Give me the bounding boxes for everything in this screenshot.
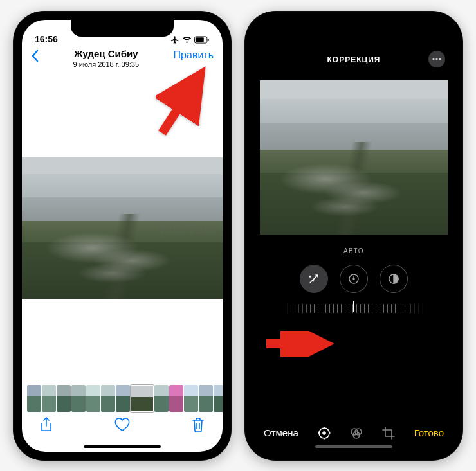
edit-photo-viewport[interactable] xyxy=(253,74,454,241)
screen-photos-view: 16:56 Жудец Сибиу 9 июля 2018 г. 09:35 П… xyxy=(22,20,223,452)
adjust-buttons-row xyxy=(253,262,454,299)
share-icon xyxy=(40,417,53,432)
svg-point-12 xyxy=(323,432,325,434)
svg-point-5 xyxy=(432,58,434,60)
home-indicator[interactable] xyxy=(84,445,161,448)
exposure-button[interactable] xyxy=(340,265,368,293)
edit-header: КОРРЕКЦИЯ xyxy=(253,46,454,74)
filters-mode-tab[interactable] xyxy=(349,426,363,440)
notch xyxy=(71,20,174,37)
adjust-label: АВТО xyxy=(253,241,454,262)
thumbnail[interactable] xyxy=(214,385,223,412)
notch xyxy=(302,20,405,37)
photo-title-block: Жудец Сибиу 9 июля 2018 г. 09:35 xyxy=(73,48,140,69)
photo-viewport[interactable]: Яблык xyxy=(22,73,223,384)
airplane-icon xyxy=(170,35,179,44)
thumbnail[interactable] xyxy=(116,385,130,412)
svg-point-6 xyxy=(435,58,437,60)
share-button[interactable] xyxy=(39,417,54,432)
more-button[interactable] xyxy=(428,51,445,67)
edit-button[interactable]: Править xyxy=(174,48,214,61)
trash-icon xyxy=(192,417,205,432)
home-indicator[interactable] xyxy=(315,445,392,448)
edit-header-title: КОРРЕКЦИЯ xyxy=(327,55,380,64)
status-time: 16:56 xyxy=(35,34,58,44)
thumbnail-strip[interactable] xyxy=(22,384,223,413)
favorite-button[interactable] xyxy=(114,417,130,432)
thumbnail[interactable] xyxy=(101,385,115,412)
thumbnail[interactable] xyxy=(199,385,213,412)
ellipsis-icon xyxy=(432,58,441,60)
svg-rect-2 xyxy=(208,38,209,41)
thumbnail-current[interactable] xyxy=(131,385,154,412)
adjust-mode-tab[interactable] xyxy=(317,426,331,440)
contrast-icon xyxy=(387,272,400,285)
brilliance-button[interactable] xyxy=(380,265,408,293)
photo-location-title: Жудец Сибиу xyxy=(73,48,140,60)
done-button[interactable]: Готово xyxy=(414,427,444,438)
thumbnail[interactable] xyxy=(27,385,41,412)
nav-header: Жудец Сибиу 9 июля 2018 г. 09:35 Править xyxy=(22,46,223,73)
crop-icon xyxy=(381,426,396,440)
status-icons xyxy=(170,35,210,44)
cancel-button[interactable]: Отмена xyxy=(264,427,298,438)
wand-icon xyxy=(307,272,321,286)
delete-button[interactable] xyxy=(190,417,206,432)
phone-frame-right: .. КОРРЕКЦИЯ АВТО xyxy=(244,11,463,461)
wifi-icon xyxy=(182,36,192,44)
thumbnail[interactable] xyxy=(57,385,71,412)
thumbnail[interactable] xyxy=(42,385,56,412)
photo-editing xyxy=(260,80,448,235)
adjust-slider[interactable] xyxy=(253,299,454,317)
svg-point-9 xyxy=(353,278,354,280)
watermark-text: Яблык xyxy=(159,218,216,238)
thumbnail[interactable] xyxy=(71,385,86,412)
phone-frame-left: 16:56 Жудец Сибиу 9 июля 2018 г. 09:35 П… xyxy=(13,11,232,461)
filters-circles-icon xyxy=(349,426,363,440)
auto-enhance-button[interactable] xyxy=(300,265,328,293)
heart-icon xyxy=(114,418,130,432)
ruler-indicator xyxy=(353,301,354,312)
back-button[interactable] xyxy=(31,48,39,66)
exposure-icon xyxy=(347,272,360,285)
svg-rect-1 xyxy=(196,37,204,42)
photo-date-subtitle: 9 июля 2018 г. 09:35 xyxy=(73,60,140,69)
screen-edit-view: .. КОРРЕКЦИЯ АВТО xyxy=(253,20,454,452)
crop-mode-tab[interactable] xyxy=(381,426,396,440)
svg-point-7 xyxy=(439,58,441,60)
thumbnail[interactable] xyxy=(184,385,198,412)
thumbnail[interactable] xyxy=(169,385,183,412)
chevron-left-icon xyxy=(31,49,39,62)
adjust-dial-icon xyxy=(317,426,331,440)
edit-mode-tabs xyxy=(317,426,396,440)
thumbnail[interactable] xyxy=(154,385,169,412)
battery-icon xyxy=(194,36,210,44)
thumbnail[interactable] xyxy=(86,385,100,412)
